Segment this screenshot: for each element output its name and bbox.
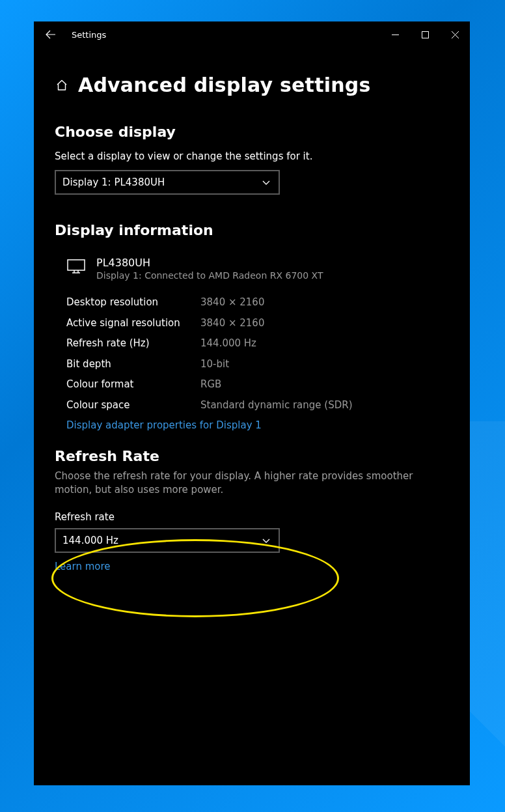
- display-name: PL4380UH: [96, 257, 323, 269]
- choose-display-subtext: Select a display to view or change the s…: [55, 150, 449, 162]
- home-button[interactable]: [55, 78, 69, 92]
- display-info-table: Desktop resolution 3840 × 2160 Active si…: [55, 292, 449, 431]
- minimize-button[interactable]: [380, 21, 410, 48]
- info-val: 10-bit: [200, 354, 229, 375]
- info-row: Refresh rate (Hz) 144.000 Hz: [66, 333, 449, 354]
- info-row: Desktop resolution 3840 × 2160: [66, 292, 449, 313]
- refresh-rate-value: 144.000 Hz: [62, 535, 118, 546]
- choose-display-heading: Choose display: [55, 124, 449, 140]
- close-icon: [452, 31, 459, 38]
- minimize-icon: [392, 31, 399, 38]
- display-info-section: Display information PL4380UH Display 1: …: [55, 222, 449, 431]
- adapter-properties-link[interactable]: Display adapter properties for Display 1: [66, 419, 262, 431]
- display-info-heading: Display information: [55, 222, 449, 238]
- display-identity: PL4380UH Display 1: Connected to AMD Rad…: [55, 257, 449, 281]
- info-key: Colour format: [66, 374, 200, 395]
- info-key: Active signal resolution: [66, 313, 200, 334]
- choose-display-section: Choose display Select a display to view …: [55, 124, 449, 195]
- back-button[interactable]: [42, 25, 60, 44]
- page-header: Advanced display settings: [55, 74, 449, 96]
- home-icon: [55, 79, 68, 92]
- content-area: Advanced display settings Choose display…: [34, 48, 470, 785]
- chevron-down-icon: [262, 178, 271, 187]
- maximize-icon: [422, 31, 429, 38]
- svg-rect-0: [422, 31, 428, 38]
- info-row: Colour format RGB: [66, 374, 449, 395]
- info-val: 3840 × 2160: [200, 313, 264, 334]
- info-row: Bit depth 10-bit: [66, 354, 449, 375]
- refresh-rate-help: Choose the refresh rate for your display…: [55, 469, 449, 497]
- back-arrow-icon: [46, 29, 56, 40]
- info-key: Desktop resolution: [66, 292, 200, 313]
- info-row: Active signal resolution 3840 × 2160: [66, 313, 449, 334]
- info-key: Refresh rate (Hz): [66, 333, 200, 354]
- info-val: Standard dynamic range (SDR): [200, 395, 352, 416]
- page-title: Advanced display settings: [78, 74, 370, 96]
- settings-window: Settings Advanced display setti: [34, 21, 470, 785]
- chevron-down-icon: [262, 536, 271, 545]
- info-key: Bit depth: [66, 354, 200, 375]
- refresh-rate-label: Refresh rate: [55, 511, 449, 523]
- close-button[interactable]: [440, 21, 470, 48]
- display-select-dropdown[interactable]: Display 1: PL4380UH: [55, 170, 280, 195]
- display-select-value: Display 1: PL4380UH: [62, 176, 165, 188]
- info-val: 144.000 Hz: [200, 333, 256, 354]
- refresh-rate-heading: Refresh Rate: [55, 448, 449, 464]
- refresh-rate-section: Refresh Rate Choose the refresh rate for…: [55, 448, 449, 572]
- info-key: Colour space: [66, 395, 200, 416]
- learn-more-link[interactable]: Learn more: [55, 561, 111, 572]
- titlebar: Settings: [34, 21, 470, 48]
- refresh-rate-dropdown[interactable]: 144.000 Hz: [55, 528, 280, 553]
- svg-rect-1: [68, 260, 85, 270]
- maximize-button[interactable]: [410, 21, 440, 48]
- info-row: Colour space Standard dynamic range (SDR…: [66, 395, 449, 416]
- display-connection: Display 1: Connected to AMD Radeon RX 67…: [96, 270, 323, 281]
- info-val: RGB: [200, 374, 221, 395]
- window-title: Settings: [72, 30, 106, 40]
- monitor-icon: [66, 257, 86, 281]
- info-val: 3840 × 2160: [200, 292, 264, 313]
